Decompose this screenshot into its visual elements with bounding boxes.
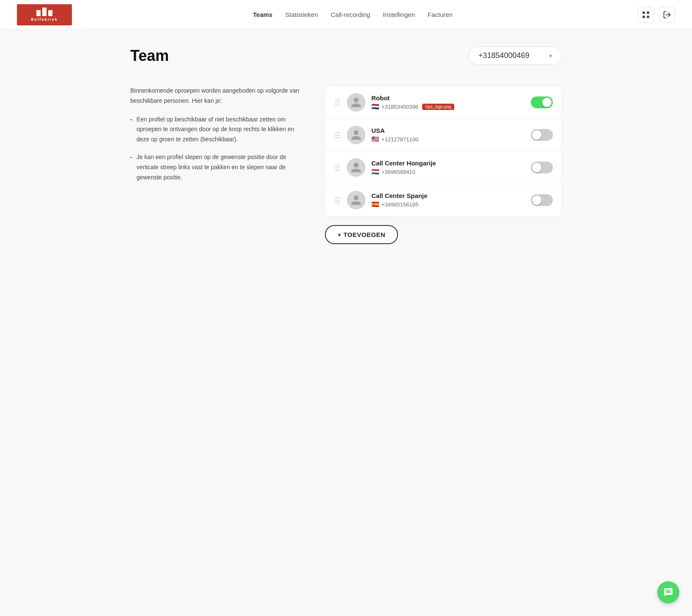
svg-rect-1	[647, 11, 649, 14]
bullet-dash: -	[130, 115, 132, 125]
toggle-track	[531, 96, 553, 108]
team-name: Robot	[371, 94, 525, 102]
flag-icon: 🇺🇸	[371, 135, 379, 143]
nav-item-teams[interactable]: Teams	[253, 11, 272, 18]
bullet-text: Een profiel op beschikbaar of niet besch…	[137, 115, 299, 145]
page-title: Team	[130, 47, 169, 65]
chat-fab-button[interactable]	[657, 581, 679, 603]
right-panel: Robot 🇳🇱 +31853450396 Ups_logo.png	[325, 86, 562, 244]
header-icons	[638, 7, 675, 23]
phone-number: +12127871100	[382, 136, 418, 143]
team-name: USA	[371, 127, 525, 134]
nav-item-instellingen[interactable]: Instellingen	[383, 11, 415, 18]
team-name: Call Center Spanje	[371, 192, 525, 199]
nav-item-call-recording[interactable]: Call-recording	[331, 11, 370, 18]
drag-handle[interactable]	[334, 196, 341, 204]
team-item: USA 🇺🇸 +12127871100	[325, 119, 561, 151]
avatar	[347, 191, 365, 209]
phone-number: +3696568410	[382, 169, 415, 175]
team-name: Call Center Hongarije	[371, 160, 525, 167]
drag-handle[interactable]	[334, 164, 341, 172]
bullet-dash: -	[130, 152, 132, 162]
left-panel: Binnenkomende oproepen worden aangeboden…	[130, 86, 299, 190]
team-info: Call Center Spanje 🇪🇸 +34965156185	[371, 192, 525, 208]
phone-number: +31853450396	[382, 104, 418, 110]
availability-toggle[interactable]	[531, 129, 553, 141]
logout-icon-button[interactable]	[659, 7, 675, 23]
availability-toggle[interactable]	[531, 194, 553, 206]
intro-text: Binnenkomende oproepen worden aangeboden…	[130, 86, 299, 106]
add-button[interactable]: + TOEVOEGEN	[325, 225, 398, 244]
team-phone: 🇺🇸 +12127871100	[371, 135, 525, 143]
flag-icon: 🇭🇺	[371, 168, 379, 176]
team-info: Call Center Hongarije 🇭🇺 +3696568410	[371, 160, 525, 176]
bullet-item: - Een profiel op beschikbaar of niet bes…	[130, 115, 299, 145]
team-item: Call Center Hongarije 🇭🇺 +3696568410	[325, 151, 561, 184]
svg-rect-3	[647, 16, 649, 18]
bullet-text: Je kan een profiel slepen op de gewenste…	[137, 152, 299, 182]
page-content: Team +31854000469 ▾ Binnenkomende oproep…	[113, 30, 579, 261]
toggle-track	[531, 194, 553, 206]
team-phone: 🇪🇸 +34965156185	[371, 201, 525, 208]
toggle-thumb	[542, 98, 552, 107]
toggle-thumb	[532, 130, 541, 140]
toggle-thumb	[532, 195, 541, 205]
drag-handle[interactable]	[334, 131, 341, 139]
main-nav: TeamsStatistiekenCall-recordingInstellin…	[253, 11, 453, 18]
nav-item-facturen[interactable]: Facturen	[428, 11, 453, 18]
toggle-track	[531, 129, 553, 141]
logo-text: Belfabriek	[31, 17, 58, 22]
flag-icon: 🇳🇱	[371, 103, 379, 110]
bullet-item: - Je kan een profiel slepen op de gewens…	[130, 152, 299, 182]
page-header: Team +31854000469 ▾	[130, 47, 562, 65]
avatar	[347, 93, 365, 112]
team-phone: 🇭🇺 +3696568410	[371, 168, 525, 176]
phone-number: +34965156185	[382, 201, 418, 208]
upload-badge: Ups_logo.png	[422, 104, 454, 110]
availability-toggle[interactable]	[531, 96, 553, 108]
nav-item-statistieken[interactable]: Statistieken	[285, 11, 318, 18]
drag-handle[interactable]	[334, 99, 341, 107]
availability-toggle[interactable]	[531, 162, 553, 173]
svg-rect-2	[643, 16, 645, 18]
toggle-track	[531, 162, 553, 173]
chevron-down-icon: ▾	[549, 52, 552, 59]
team-info: USA 🇺🇸 +12127871100	[371, 127, 525, 143]
svg-rect-0	[643, 11, 645, 14]
team-list: Robot 🇳🇱 +31853450396 Ups_logo.png	[325, 86, 562, 217]
team-info: Robot 🇳🇱 +31853450396 Ups_logo.png	[371, 94, 525, 110]
team-item: Robot 🇳🇱 +31853450396 Ups_logo.png	[325, 86, 561, 119]
logo-area: Belfabriek	[17, 4, 72, 25]
bullet-list: - Een profiel op beschikbaar of niet bes…	[130, 115, 299, 183]
toggle-thumb	[532, 163, 541, 172]
avatar	[347, 126, 365, 144]
grid-icon-button[interactable]	[638, 7, 654, 23]
team-item: Call Center Spanje 🇪🇸 +34965156185	[325, 184, 561, 216]
phone-selector[interactable]: +31854000469 ▾	[469, 47, 562, 65]
team-phone: 🇳🇱 +31853450396 Ups_logo.png	[371, 103, 525, 110]
main-layout: Binnenkomende oproepen worden aangeboden…	[130, 86, 562, 244]
flag-icon: 🇪🇸	[371, 201, 379, 208]
avatar	[347, 158, 365, 177]
logo: Belfabriek	[17, 4, 72, 25]
header: Belfabriek TeamsStatistiekenCall-recordi…	[0, 0, 692, 30]
selected-phone: +31854000469	[478, 51, 530, 60]
